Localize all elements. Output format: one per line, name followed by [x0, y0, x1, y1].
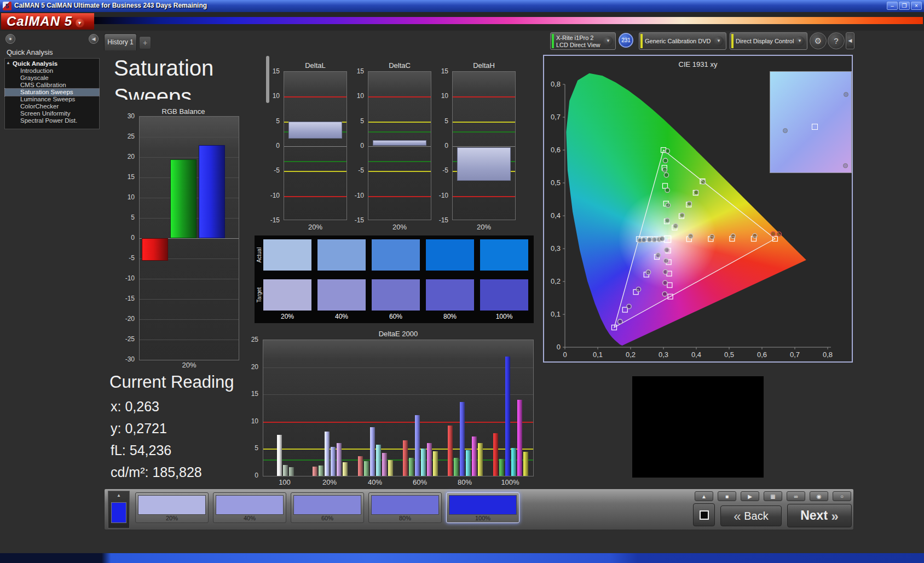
- reference-line: [368, 122, 431, 123]
- delta-e-bar: [331, 447, 336, 476]
- zero-line: [284, 146, 347, 147]
- delta-e-bar: [289, 467, 294, 476]
- continuous-button[interactable]: ∞: [787, 491, 805, 501]
- sidebar-item-grayscale[interactable]: Grayscale: [5, 74, 99, 82]
- patch-label: 40%: [213, 515, 286, 521]
- spectrum-gradient-bar: [94, 17, 923, 24]
- windows-taskbar[interactable]: [0, 553, 924, 563]
- delta-e-xlabel: 80%: [448, 478, 481, 486]
- patch-expand-icon[interactable]: ▲: [113, 492, 124, 499]
- delta-e-bar: [343, 462, 348, 476]
- delta-e-xlabels: 10020%40%60%80%100%: [263, 478, 534, 487]
- application-window: 5 CalMAN 5 CalMAN Ultimate for Business …: [0, 0, 924, 563]
- patch-button-60%[interactable]: 60%: [291, 492, 364, 523]
- svg-text:0,6: 0,6: [757, 351, 767, 359]
- toolbar-collapse-icon[interactable]: ◀: [846, 32, 854, 49]
- display-status-indicator: [731, 34, 734, 48]
- current-patch-panel: ▲: [108, 491, 130, 528]
- add-tab-button[interactable]: +: [139, 36, 151, 49]
- logo-dropdown-icon[interactable]: ▾: [76, 19, 84, 27]
- close-button[interactable]: ×: [911, 2, 922, 10]
- calman-logo: CalMAN 5▾: [1, 13, 94, 30]
- meter-dropdown[interactable]: X-Rite i1Pro 2 LCD Direct View ▼: [550, 32, 616, 50]
- delta-plot-1: [368, 71, 431, 220]
- help-icon[interactable]: ?: [828, 32, 845, 49]
- column-label: 40%: [317, 313, 366, 320]
- actual-swatch-100%: [480, 239, 528, 271]
- sidebar-collapse-button[interactable]: ◀: [89, 34, 99, 44]
- reference-line: [453, 96, 516, 97]
- settings-gear-icon[interactable]: ⚙: [810, 32, 827, 49]
- expand-button[interactable]: ▲: [695, 491, 713, 501]
- gridline: [140, 279, 239, 279]
- y-tick-label: -10: [355, 192, 364, 199]
- delta-e-bar: [454, 458, 459, 476]
- svg-text:0,7: 0,7: [790, 351, 800, 359]
- sidebar-item-saturation-sweeps[interactable]: Saturation Sweeps: [5, 89, 99, 96]
- sidebar-item-cms-calibration[interactable]: CMS Calibration: [5, 82, 99, 89]
- next-button[interactable]: Next »: [787, 504, 852, 527]
- record-button[interactable]: ◉: [810, 491, 828, 501]
- delta-e-bar: [421, 449, 426, 476]
- svg-text:0,4: 0,4: [691, 351, 701, 359]
- y-tick-label: -15: [439, 216, 448, 224]
- pattern-button[interactable]: ▦: [764, 491, 782, 501]
- delta-bar: [457, 147, 511, 181]
- back-button[interactable]: « Back: [720, 505, 782, 526]
- source-dropdown[interactable]: Generic Calibration DVD ▼: [639, 32, 726, 50]
- y-tick-label: -5: [129, 254, 135, 262]
- delta-e-bar: [517, 400, 522, 476]
- patch-button-100%[interactable]: 100%: [446, 492, 519, 523]
- sidebar-item-colorchecker[interactable]: ColorChecker: [5, 103, 99, 110]
- reference-line: [368, 161, 431, 162]
- source-status-indicator: [640, 34, 643, 48]
- rgb-balance-plot: [139, 116, 239, 360]
- svg-text:0,4: 0,4: [551, 211, 561, 220]
- column-label: 60%: [372, 313, 420, 320]
- delta-xlabel-1: 20%: [368, 223, 431, 231]
- sidebar-item-luminance-sweeps[interactable]: Luminance Sweeps: [5, 96, 99, 103]
- delta-e-bar: [319, 466, 324, 476]
- pattern-stop-button[interactable]: [693, 503, 715, 526]
- sidebar-item-spectral-power-dist-[interactable]: Spectral Power Dist.: [5, 117, 99, 124]
- patch-swatch: [449, 495, 517, 515]
- workflow-options-button[interactable]: ●: [5, 34, 15, 44]
- y-tick-label: -5: [442, 166, 448, 174]
- target-swatch-20%: [263, 279, 311, 311]
- y-tick-label: -10: [270, 192, 280, 199]
- y-tick-label: 5: [255, 444, 258, 452]
- patch-button-40%[interactable]: 40%: [213, 492, 286, 523]
- source-dropdown-icon[interactable]: ▼: [714, 36, 724, 46]
- display-control-dropdown[interactable]: Direct Display Control ▼: [730, 32, 807, 50]
- meter-dropdown-icon[interactable]: ▼: [603, 36, 613, 46]
- patch-button-80%[interactable]: 80%: [368, 492, 442, 523]
- delta-xlabel-0: 20%: [284, 223, 347, 231]
- delta-e-plot: [263, 340, 534, 476]
- y-tick-label: 0: [255, 472, 258, 479]
- tree-expand-icon: ▴: [7, 60, 9, 65]
- reference-line: [453, 122, 516, 123]
- display-dropdown-icon[interactable]: ▼: [795, 36, 805, 46]
- delta-bar: [288, 122, 342, 139]
- sidebar-item-introduction[interactable]: Introduction: [5, 67, 99, 74]
- stop-button[interactable]: ■: [718, 491, 736, 501]
- gridline: [140, 340, 239, 340]
- current-reading-heading: Current Reading: [109, 372, 234, 392]
- sidebar-item-screen-uniformity[interactable]: Screen Uniformity: [5, 110, 99, 117]
- patch-button-20%[interactable]: 20%: [135, 492, 209, 523]
- gridline: [263, 394, 533, 395]
- tree-root[interactable]: ▴Quick Analysis: [5, 60, 99, 67]
- y-tick-label: 10: [357, 92, 364, 100]
- play-button[interactable]: ▶: [741, 491, 759, 501]
- delta-chart-title-0: DeltaL: [284, 61, 347, 70]
- minimize-button[interactable]: –: [887, 2, 898, 10]
- y-tick-label: 20: [128, 153, 135, 160]
- delta-e-bar: [511, 448, 516, 476]
- actual-swatch-40%: [317, 239, 366, 271]
- logo-brand: CalMAN: [7, 14, 60, 28]
- maximize-button[interactable]: ❐: [899, 2, 910, 10]
- idle-button[interactable]: ○: [833, 491, 851, 501]
- tab-history-1[interactable]: History 1: [104, 33, 137, 50]
- y-tick-label: 15: [273, 67, 280, 75]
- patch-label: 100%: [447, 515, 519, 521]
